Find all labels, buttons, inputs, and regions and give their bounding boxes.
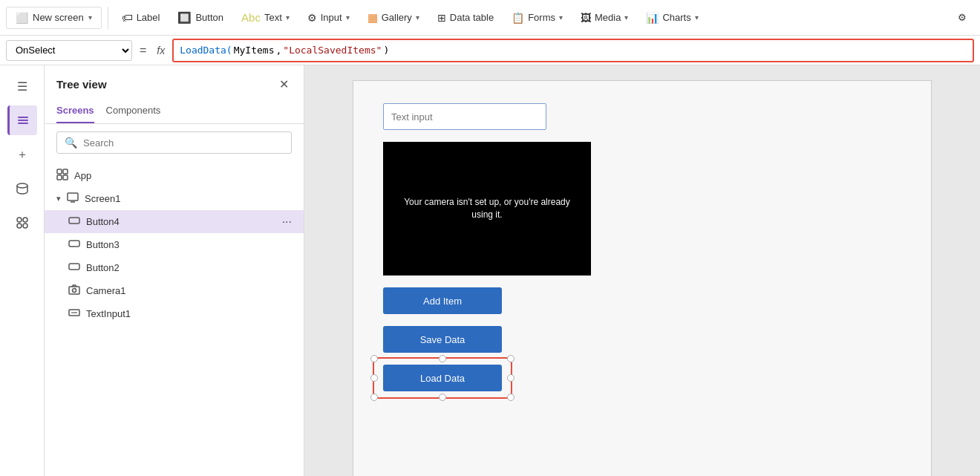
gallery-button[interactable]: ▦ Gallery ▾ (360, 7, 427, 29)
label-button[interactable]: 🏷 Label (114, 7, 168, 28)
formula-input[interactable]: LoadData( MyItems , "LocalSavedItems" ) (172, 39, 974, 62)
svg-rect-14 (69, 218, 79, 224)
app-icon (56, 169, 68, 183)
load-data-button[interactable]: Load Data (383, 365, 502, 391)
load-data-wrapper: Load Data (383, 365, 502, 391)
gallery-chevron: ▾ (416, 13, 419, 22)
tree-item-app[interactable]: App (45, 164, 304, 187)
charts-chevron: ▾ (695, 13, 699, 22)
new-screen-chevron: ▾ (88, 13, 92, 22)
svg-point-6 (17, 224, 22, 228)
svg-point-7 (23, 224, 27, 228)
tree-item-button4[interactable]: Button4 ··· (45, 210, 304, 233)
screen1-icon (67, 192, 79, 206)
tree-item-button3[interactable]: Button3 (45, 233, 304, 256)
tree-header: Tree view ✕ (45, 65, 304, 100)
button3-label: Button3 (86, 239, 292, 250)
add-item-button[interactable]: Add Item (383, 287, 502, 314)
tree-search-box[interactable]: 🔍 (56, 131, 292, 154)
tree-item-textinput1[interactable]: TextInput1 (45, 302, 304, 325)
svg-point-4 (17, 218, 22, 222)
tree-item-button2[interactable]: Button2 (45, 256, 304, 279)
hamburger-icon[interactable]: ☰ (7, 71, 37, 101)
camera-control: Your camera isn't set up, or you're alre… (383, 142, 591, 276)
svg-point-18 (73, 289, 76, 293)
svg-rect-11 (63, 175, 68, 180)
charts-icon: 📊 (646, 12, 659, 24)
handle-mid-left[interactable] (370, 374, 378, 382)
search-input[interactable] (83, 137, 284, 149)
tab-screens[interactable]: Screens (56, 100, 94, 123)
svg-rect-15 (69, 241, 79, 247)
charts-button[interactable]: 📊 Charts ▾ (638, 7, 705, 28)
tree-item-camera1[interactable]: Camera1 (45, 279, 304, 302)
handle-bottom-left[interactable] (370, 394, 378, 401)
svg-rect-16 (69, 264, 79, 270)
formula-close: ) (383, 45, 389, 56)
svg-point-3 (17, 183, 27, 188)
handle-bottom-mid[interactable] (439, 394, 446, 401)
tree-tabs: Screens Components (45, 100, 304, 124)
main-area: ☰ ＋ Tree view ✕ (0, 65, 980, 476)
tools-icon[interactable] (7, 208, 37, 238)
svg-point-5 (23, 218, 27, 222)
handle-top-mid[interactable] (439, 355, 446, 362)
tree-item-screen1[interactable]: ▾ Screen1 (45, 187, 304, 210)
formula-fx-label: fx (154, 45, 168, 56)
forms-button[interactable]: 📋 Forms ▾ (504, 7, 570, 28)
tree-close-button[interactable]: ✕ (276, 74, 292, 94)
handle-bottom-right[interactable] (507, 394, 514, 401)
media-button[interactable]: 🖼 Media ▾ (573, 7, 636, 28)
svg-rect-0 (18, 117, 28, 118)
text-button[interactable]: Abc Text ▾ (234, 7, 297, 28)
layers-icon[interactable] (7, 105, 37, 135)
svg-rect-1 (18, 120, 28, 121)
gallery-icon: ▦ (368, 11, 378, 25)
svg-rect-8 (57, 169, 62, 174)
handle-top-left[interactable] (370, 355, 378, 362)
handle-top-right[interactable] (507, 355, 514, 362)
canvas-area: Your camera isn't set up, or you're alre… (304, 65, 980, 476)
data-icon[interactable] (7, 174, 37, 203)
add-icon[interactable]: ＋ (7, 140, 37, 169)
settings-icon[interactable]: ⚙ (950, 7, 974, 27)
screen1-label: Screen1 (85, 193, 292, 204)
input-button[interactable]: ⚙ Input ▾ (300, 7, 357, 28)
forms-icon: 📋 (512, 12, 524, 24)
textinput1-label: TextInput1 (86, 308, 292, 319)
formula-bar: OnSelect = fx LoadData( MyItems , "Local… (0, 36, 980, 65)
input-icon: ⚙ (307, 12, 317, 24)
tab-components[interactable]: Components (106, 100, 161, 123)
svg-rect-10 (57, 175, 62, 180)
data-table-button[interactable]: ⊞ Data table (430, 7, 501, 28)
screen1-chevron-icon: ▾ (56, 194, 61, 203)
formula-arg2: "LocalSavedItems" (283, 45, 382, 56)
new-screen-button[interactable]: ⬜ New screen ▾ (6, 7, 102, 29)
textinput1-icon (68, 307, 80, 321)
toolbar-divider-1 (108, 7, 108, 29)
button-icon: 🔲 (177, 11, 192, 25)
svg-rect-12 (68, 193, 78, 200)
tree-items: App ▾ Screen1 (45, 161, 304, 476)
formula-arg1: MyItems (234, 45, 275, 56)
formula-func: LoadData( (180, 45, 232, 56)
media-chevron: ▾ (624, 13, 628, 22)
data-table-icon: ⊞ (437, 12, 446, 24)
button4-label: Button4 (86, 216, 276, 227)
label-icon: 🏷 (122, 11, 133, 24)
canvas-frame: Your camera isn't set up, or you're alre… (353, 80, 932, 476)
button4-icon (68, 215, 80, 229)
tree-panel: Tree view ✕ Screens Components 🔍 (45, 65, 304, 476)
handle-mid-right[interactable] (507, 374, 514, 382)
save-data-button[interactable]: Save Data (383, 326, 502, 353)
property-select[interactable]: OnSelect (6, 40, 132, 61)
svg-rect-2 (18, 123, 28, 124)
search-icon: 🔍 (65, 137, 77, 149)
button-button[interactable]: 🔲 Button (170, 7, 231, 29)
button2-icon (68, 261, 80, 275)
text-input-control[interactable] (383, 103, 546, 130)
toolbar: ⬜ New screen ▾ 🏷 Label 🔲 Button Abc Text… (0, 0, 980, 36)
svg-rect-9 (63, 169, 68, 174)
button4-more-icon[interactable]: ··· (282, 215, 292, 229)
new-screen-label: New screen (33, 12, 84, 23)
